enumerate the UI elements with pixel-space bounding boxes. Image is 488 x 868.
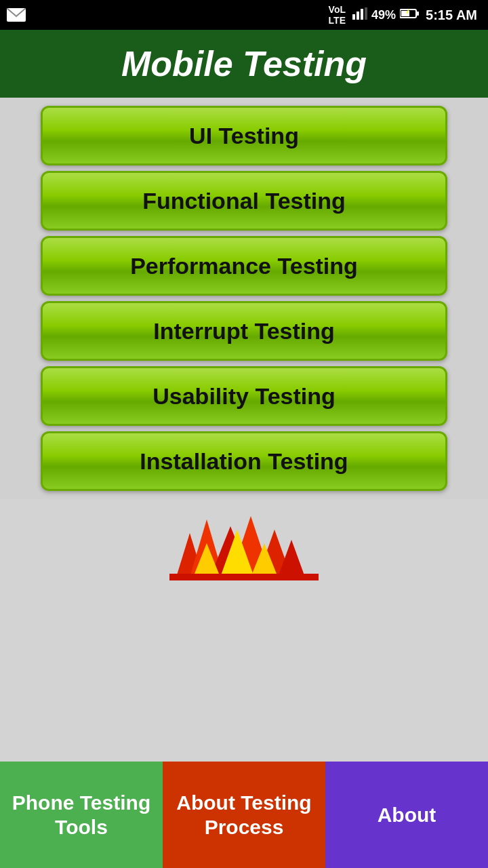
svg-rect-18: [169, 574, 319, 580]
usability-testing-button[interactable]: Usability Testing: [41, 366, 447, 426]
signal-bars: [352, 7, 367, 23]
email-icon: [7, 8, 26, 24]
main-content: UI Testing Functional Testing Performanc…: [0, 98, 488, 499]
performance-testing-label: Performance Testing: [130, 253, 358, 279]
ui-testing-button[interactable]: UI Testing: [41, 106, 447, 165]
svg-rect-2: [357, 12, 359, 20]
svg-rect-1: [352, 14, 355, 20]
flame-decoration: [0, 513, 488, 580]
nav-phone-testing-tools-label: Phone Testing Tools: [7, 791, 156, 840]
nav-about-testing-process[interactable]: About Testing Process: [163, 762, 325, 868]
app-title: Mobile Testing: [121, 43, 367, 84]
functional-testing-label: Functional Testing: [142, 188, 346, 214]
ui-testing-label: UI Testing: [189, 123, 299, 149]
nav-phone-testing-tools[interactable]: Phone Testing Tools: [0, 762, 163, 868]
bottom-nav: Phone Testing Tools About Testing Proces…: [0, 762, 488, 868]
status-bar: VoLLTE 49% 5:15 AM: [0, 0, 488, 30]
battery-icon: [400, 8, 419, 22]
clock: 5:15 AM: [426, 7, 477, 23]
functional-testing-button[interactable]: Functional Testing: [41, 171, 447, 231]
svg-rect-4: [365, 7, 367, 20]
svg-rect-6: [416, 12, 419, 16]
app-header: Mobile Testing: [0, 30, 488, 98]
usability-testing-label: Usability Testing: [152, 383, 336, 410]
svg-rect-3: [361, 9, 363, 20]
interrupt-testing-button[interactable]: Interrupt Testing: [41, 301, 447, 361]
nav-about-label: About: [378, 803, 436, 827]
performance-testing-button[interactable]: Performance Testing: [41, 236, 447, 296]
installation-testing-label: Installation Testing: [140, 448, 348, 475]
installation-testing-button[interactable]: Installation Testing: [41, 431, 447, 491]
interrupt-testing-label: Interrupt Testing: [153, 318, 335, 344]
nav-about-testing-process-label: About Testing Process: [169, 791, 319, 840]
network-indicator: VoLLTE: [329, 4, 346, 26]
battery-percent: 49%: [371, 8, 396, 22]
nav-about[interactable]: About: [325, 762, 488, 868]
